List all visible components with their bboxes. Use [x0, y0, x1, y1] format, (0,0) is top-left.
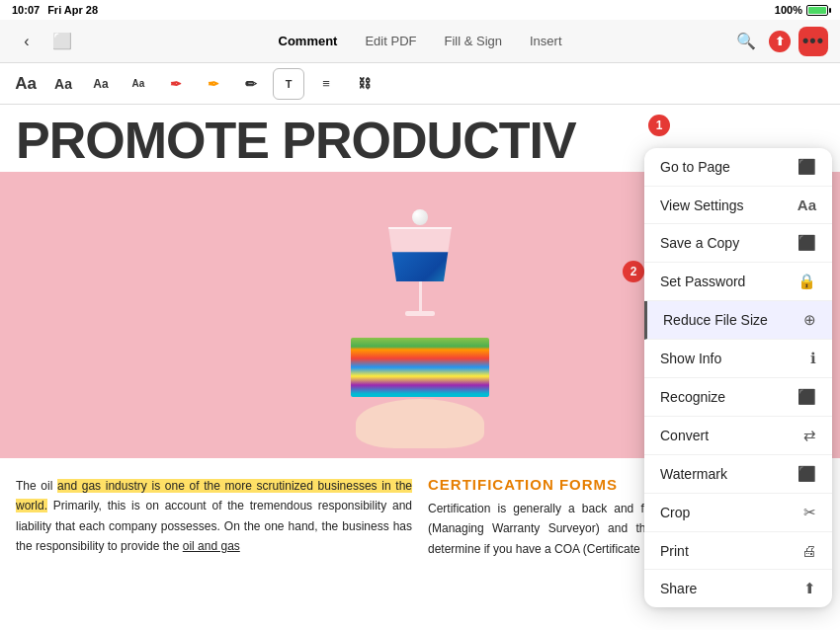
menu-item-reduce-file-size[interactable]: Reduce File Size ⊕	[644, 301, 832, 340]
main-content: PROMOTE PRODUCTIV	[0, 105, 840, 630]
main-toolbar: ‹ ⬜ Comment Edit PDF Fill & Sign Insert …	[0, 20, 840, 63]
save-copy-icon: ⬛	[798, 234, 816, 252]
glass-stem	[380, 209, 460, 316]
menu-item-print[interactable]: Print 🖨	[644, 532, 832, 570]
recognize-icon: ⬛	[798, 388, 816, 406]
tab-insert[interactable]: Insert	[516, 28, 576, 54]
time: 10:07	[12, 4, 40, 16]
share-icon: ⬆	[775, 35, 785, 48]
tab-bar: Comment Edit PDF Fill & Sign Insert	[264, 28, 575, 54]
menu-item-convert[interactable]: Convert ⇄	[644, 417, 832, 455]
glass-ball	[412, 209, 428, 225]
status-left: 10:07 Fri Apr 28	[12, 4, 98, 16]
dropdown-menu: Go to Page ⬛ View Settings Aa Save a Cop…	[644, 148, 832, 607]
crop-icon: ✂	[803, 504, 816, 521]
menu-item-show-info[interactable]: Show Info ℹ	[644, 340, 832, 378]
goto-page-icon: ⬛	[798, 158, 816, 176]
set-password-icon: 🔒	[798, 273, 816, 290]
stem-line	[419, 281, 422, 311]
battery-icon	[806, 5, 828, 16]
menu-item-view-settings[interactable]: View Settings Aa	[644, 187, 832, 224]
search-button[interactable]: 🔍	[731, 27, 761, 56]
pdf-paragraph-left: The oil and gas industry is one of the m…	[16, 476, 412, 559]
view-settings-icon: Aa	[798, 197, 816, 213]
share-menu-icon: ⬆	[803, 580, 816, 597]
menu-item-goto-page[interactable]: Go to Page ⬛	[644, 148, 832, 187]
text-size-medium-button[interactable]: Aa	[47, 68, 79, 100]
tab-fill-sign[interactable]: Fill & Sign	[430, 28, 516, 54]
text-size-large-button[interactable]: Aa	[10, 68, 42, 100]
highlight-span: and gas industry is one of the more scru…	[16, 479, 412, 512]
menu-item-watermark[interactable]: Watermark ⬛	[644, 455, 832, 494]
pen-red-button[interactable]: ✒	[160, 68, 192, 100]
tab-edit-pdf[interactable]: Edit PDF	[351, 28, 430, 54]
menu-item-crop[interactable]: Crop ✂	[644, 494, 832, 532]
highlighter-button[interactable]: ✒	[198, 68, 229, 100]
date: Fri Apr 28	[47, 4, 98, 16]
menu-item-set-password[interactable]: Set Password 🔒	[644, 263, 832, 301]
text-insert-button[interactable]: T	[273, 68, 304, 100]
status-right: 100%	[775, 4, 828, 16]
text-size-xs-button[interactable]: Aa	[123, 68, 154, 100]
battery-percent: 100%	[775, 4, 802, 16]
watermark-icon: ⬛	[798, 465, 816, 483]
stem-base	[405, 311, 435, 316]
toolbar-nav: ‹ ⬜	[12, 27, 77, 56]
glass-visual	[331, 172, 509, 458]
list-button[interactable]: ≡	[310, 68, 342, 100]
status-bar: 10:07 Fri Apr 28 100%	[0, 0, 840, 20]
forward-button[interactable]: ⬜	[47, 27, 77, 56]
print-icon: 🖨	[801, 542, 816, 559]
reduce-file-size-icon: ⊕	[803, 311, 816, 329]
step-badge-2: 2	[623, 261, 644, 282]
menu-item-recognize[interactable]: Recognize ⬛	[644, 378, 832, 417]
text-size-small-button[interactable]: Aa	[85, 68, 117, 100]
more-button[interactable]: •••	[798, 27, 828, 56]
link-button[interactable]: ⛓	[348, 68, 379, 100]
tab-comment[interactable]: Comment	[264, 28, 351, 54]
menu-item-share[interactable]: Share ⬆	[644, 570, 832, 607]
eraser-button[interactable]: ✏	[235, 68, 267, 100]
three-dots-icon: •••	[802, 31, 824, 51]
convert-icon: ⇄	[803, 427, 816, 444]
step-badge-1: 1	[648, 115, 670, 136]
show-info-icon: ℹ	[810, 350, 816, 367]
toolbar-right: 🔍 ⬆ •••	[731, 27, 828, 56]
glass-bowl	[380, 227, 460, 281]
back-button[interactable]: ‹	[12, 27, 42, 56]
share-badge[interactable]: ⬆	[769, 31, 791, 52]
books-stack	[351, 338, 489, 397]
hand-books	[331, 338, 509, 448]
underline-span: oil and gas	[183, 539, 240, 553]
sub-toolbar: Aa Aa Aa Aa ✒ ✒ ✏ T ≡ ⛓	[0, 63, 840, 105]
hand-shape	[356, 399, 484, 448]
menu-item-save-copy[interactable]: Save a Copy ⬛	[644, 224, 832, 263]
